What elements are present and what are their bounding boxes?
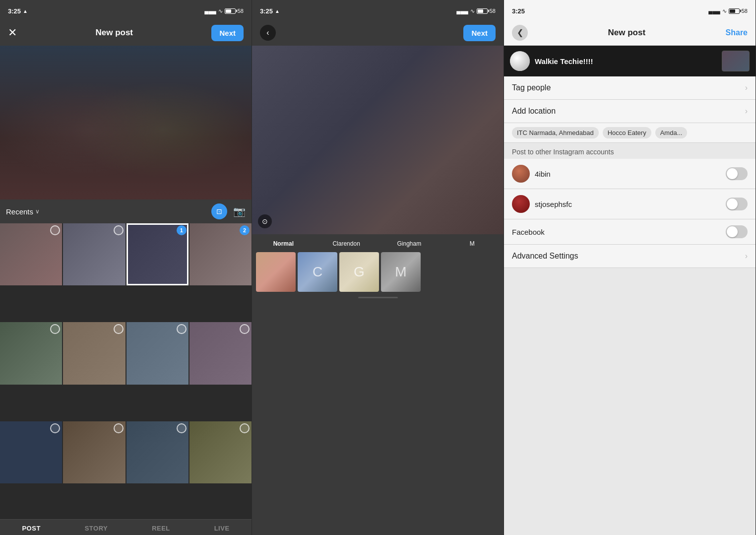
- multi-select-icon: ⊡: [216, 207, 222, 215]
- toggle-facebook[interactable]: [726, 225, 748, 238]
- grid-cell-10[interactable]: [63, 421, 125, 483]
- nav-bar-3: ❮ New post Share: [504, 20, 756, 46]
- avatar-inner: [510, 51, 530, 71]
- chip-amda[interactable]: Amda...: [655, 127, 688, 138]
- next-button-1[interactable]: Next: [211, 25, 244, 41]
- filter-names-row: Normal Clarendon Gingham M: [252, 234, 504, 250]
- tab-post[interactable]: POST: [22, 525, 40, 532]
- grid-cell-5[interactable]: [0, 322, 62, 384]
- grid-cell-6[interactable]: [63, 322, 125, 384]
- status-bar-2: 3:25 ▲ ▄▄▄ ∿ 58: [252, 0, 504, 20]
- avatar-stjoseph: [512, 195, 530, 213]
- chip-hocco-eatery[interactable]: Hocco Eatery: [603, 127, 651, 138]
- recents-button[interactable]: Recents ∨: [6, 207, 40, 216]
- status-icons-1: ▄▄▄ ∿ 58: [204, 8, 244, 14]
- share-button[interactable]: Share: [726, 28, 748, 37]
- multi-select-button[interactable]: ⊡: [211, 203, 227, 219]
- signal-icon-2: ▄▄▄: [456, 8, 468, 14]
- menu-list: Tag people › Add location › ITC Narmada,…: [504, 76, 756, 535]
- filter-overlay-icon[interactable]: ⊙: [258, 214, 272, 228]
- time-1: 3:25: [8, 7, 21, 15]
- battery-1: [225, 8, 236, 14]
- location-arrow-icon-2: ▲: [275, 8, 280, 14]
- account-header: Walkie Techie!!!!: [504, 46, 756, 76]
- grid-cell-12[interactable]: [189, 421, 252, 483]
- chip-itc-narmada[interactable]: ITC Narmada, Ahmedabad: [512, 127, 599, 138]
- wifi-icon-3: ∿: [722, 8, 727, 14]
- filter-thumb-clarendon[interactable]: C: [298, 252, 337, 292]
- acct-name-stjoseph: stjosephsfc: [535, 200, 572, 208]
- filter-name-normal[interactable]: Normal: [252, 240, 315, 247]
- back-button-2[interactable]: ‹: [260, 25, 276, 41]
- select-circle-2: [114, 225, 124, 235]
- filter-thumb-normal[interactable]: [256, 252, 296, 292]
- battery-tip-3: [740, 10, 741, 12]
- filter-preview-image: [252, 46, 504, 234]
- scroll-indicator-2: [358, 297, 398, 298]
- account-thumbnail: [722, 51, 750, 71]
- filter-name-clarendon[interactable]: Clarendon: [315, 240, 378, 247]
- toggle-stjoseph[interactable]: [726, 198, 748, 210]
- status-bar-3: 3:25 ▄▄▄ ∿ 58: [504, 0, 756, 20]
- tab-reel[interactable]: REEL: [152, 525, 170, 532]
- nav-title-3: New post: [608, 28, 645, 38]
- select-circle-11: [177, 423, 187, 433]
- battery-fill-1: [226, 9, 231, 13]
- photo-preview-1: [0, 46, 252, 200]
- select-circle-7: [177, 324, 187, 334]
- grid-cell-8[interactable]: [189, 322, 252, 384]
- preview-people-hint: [0, 46, 252, 200]
- panel-new-post-details: 3:25 ▄▄▄ ∿ 58 ❮ New post Share Walkie Te…: [504, 0, 756, 535]
- status-time-1: 3:25 ▲: [8, 7, 28, 15]
- battery-3: [729, 8, 740, 14]
- filter-letter-gingham: G: [354, 264, 365, 280]
- next-button-2[interactable]: Next: [463, 25, 496, 41]
- filter-name-gingham[interactable]: Gingham: [378, 240, 441, 247]
- menu-item-add-location[interactable]: Add location ›: [504, 100, 756, 123]
- filter-preview: ⊙: [252, 46, 504, 234]
- toggle-left-stjoseph: stjosephsfc: [512, 195, 572, 213]
- tab-live[interactable]: LIVE: [214, 525, 230, 532]
- grid-cell-9[interactable]: [0, 421, 62, 483]
- filter-name-moon[interactable]: M: [441, 240, 504, 247]
- camera-button[interactable]: 📷: [233, 205, 246, 217]
- section-header-post-to: Post to other Instagram accounts: [504, 143, 756, 159]
- grid-cell-11[interactable]: [126, 421, 189, 483]
- nav-title-1: New post: [95, 28, 133, 38]
- menu-item-tag-people[interactable]: Tag people ›: [504, 76, 756, 100]
- grid-cell-2[interactable]: [63, 223, 125, 285]
- battery-tip-1: [236, 10, 237, 12]
- filter-thumbnails-row: C G M: [252, 250, 504, 294]
- grid-cell-4[interactable]: 2: [189, 223, 252, 285]
- account-avatar: [510, 51, 530, 71]
- photo-grid: 1 2: [0, 223, 252, 519]
- select-circle-6: [114, 324, 124, 334]
- advanced-settings-chevron-icon: ›: [745, 252, 748, 261]
- battery-fill-3: [730, 9, 735, 13]
- select-circle-10: [114, 423, 124, 433]
- menu-item-advanced-settings[interactable]: Advanced Settings ›: [504, 245, 756, 268]
- account-name: Walkie Techie!!!!: [535, 57, 717, 66]
- location-chips-row: ITC Narmada, Ahmedabad Hocco Eatery Amda…: [504, 123, 756, 143]
- grid-cell-7[interactable]: [126, 322, 189, 384]
- grid-cell-3-selected[interactable]: 1: [126, 223, 189, 285]
- toolbar-icons: ⊡ 📷: [211, 203, 246, 219]
- close-button[interactable]: ✕: [8, 27, 17, 38]
- advanced-settings-label: Advanced Settings: [512, 252, 578, 261]
- filter-thumb-gingham[interactable]: G: [339, 252, 379, 292]
- toggle-4ibin[interactable]: [726, 167, 748, 180]
- time-3: 3:25: [512, 7, 525, 15]
- filter-scroll-area[interactable]: Normal Clarendon Gingham M C G M: [252, 234, 504, 535]
- grid-cell-1[interactable]: [0, 223, 62, 285]
- filter-letter-moon: M: [395, 264, 406, 280]
- tab-bar: POST STORY REEL LIVE: [0, 519, 252, 535]
- select-badge-4: 2: [240, 225, 250, 235]
- status-bar-1: 3:25 ▲ ▄▄▄ ∿ 58: [0, 0, 252, 20]
- camera-icon: 📷: [233, 206, 246, 217]
- filter-adjust-icon: ⊙: [262, 217, 268, 225]
- back-button-3[interactable]: ❮: [512, 25, 528, 41]
- toggle-row-stjoseph: stjosephsfc: [504, 189, 756, 219]
- select-circle-8: [240, 324, 250, 334]
- tab-story[interactable]: STORY: [85, 525, 108, 532]
- filter-thumb-moon[interactable]: M: [381, 252, 421, 292]
